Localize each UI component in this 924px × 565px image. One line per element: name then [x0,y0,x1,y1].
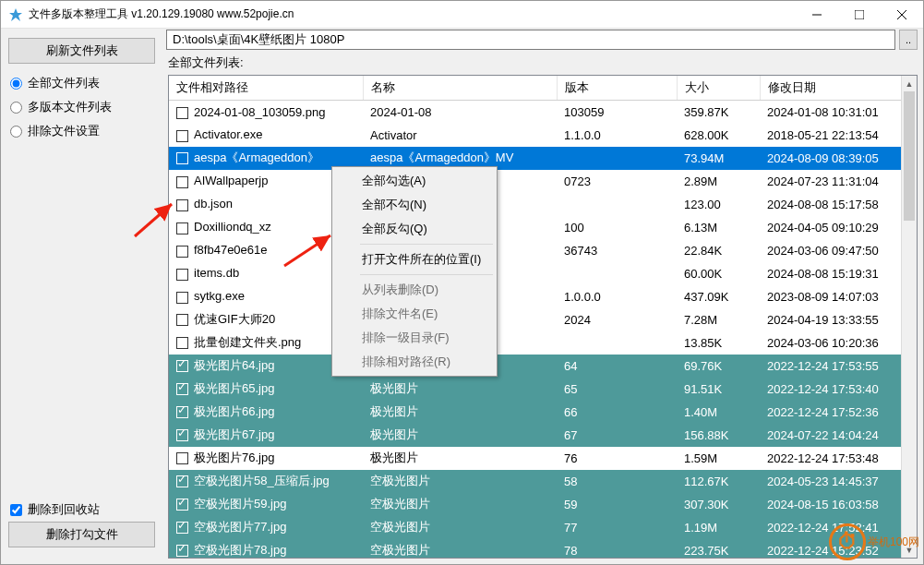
table-row[interactable]: 极光图片76.jpg极光图片761.59M2022-12-24 17:53:48 [169,447,917,470]
cell-path: 空极光图片58_压缩后.jpg [194,474,330,487]
context-item[interactable]: 排除相对路径(R) [334,350,495,374]
table-row[interactable]: 空极光图片59.jpg空极光图片59307.30K2024-08-15 16:0… [169,493,917,516]
recycle-checkbox-row[interactable]: 删除到回收站 [8,498,155,522]
scroll-thumb[interactable] [904,91,915,221]
col-mtime[interactable]: 修改日期 [760,76,917,101]
cell-mtime: 2022-12-24 15:23:52 [760,539,917,559]
context-item[interactable]: 排除一级目录(F) [334,326,495,350]
table-row[interactable]: 空极光图片77.jpg空极光图片771.19M2022-12-24 17:52:… [169,516,917,539]
context-menu[interactable]: 全部勾选(A)全部不勾(N)全部反勾(Q)打开文件所在的位置(I)从列表删除(D… [331,166,498,377]
row-checkbox[interactable] [176,107,188,119]
table-row[interactable]: aespa《Armageddon》aespa《Armageddon》MV73.9… [169,147,917,170]
radio-multi-version-input[interactable] [10,102,22,114]
cell-version: 76 [557,447,677,470]
minimize-button[interactable] [796,1,838,29]
scroll-down-icon[interactable]: ▼ [902,542,917,558]
table-row[interactable]: 极光图片65.jpg极光图片6591.51K2022-12-24 17:53:4… [169,378,917,401]
radio-all-files-input[interactable] [10,78,22,90]
col-path[interactable]: 文件相对路径 [169,76,363,101]
cell-size: 69.76K [677,355,760,378]
delete-checked-button[interactable]: 删除打勾文件 [8,522,155,547]
table-row[interactable]: 极光图片64.jpg极光图片6469.76K2022-12-24 17:53:5… [169,355,917,378]
row-checkbox[interactable] [176,176,188,188]
row-checkbox[interactable] [176,452,188,464]
recycle-checkbox[interactable] [10,504,22,516]
context-item[interactable]: 从列表删除(D) [334,278,495,302]
cell-name: 极光图片 [363,447,557,470]
context-item[interactable]: 全部不勾(N) [334,193,495,217]
svg-rect-2 [855,10,864,19]
row-checkbox[interactable] [176,314,188,326]
maximize-button[interactable] [838,1,881,29]
radio-exclude[interactable]: 排除文件设置 [8,119,155,143]
table-row[interactable]: items.db60.00K2024-08-08 15:19:31 [169,262,917,285]
row-checkbox[interactable] [176,383,188,395]
row-checkbox[interactable] [176,130,188,142]
cell-mtime: 2022-12-24 17:53:40 [760,378,917,401]
cell-path: 极光图片76.jpg [194,451,274,464]
app-icon [8,7,23,22]
table-row[interactable]: 批量创建文件夹.png批量创建文件夹13.85K2024-03-06 10:20… [169,331,917,355]
table-row[interactable]: 极光图片66.jpg极光图片661.40M2022-12-24 17:52:36 [169,401,917,424]
row-checkbox[interactable] [176,545,188,557]
cell-path: aespa《Armageddon》 [194,150,319,164]
row-checkbox[interactable] [176,522,188,534]
row-checkbox[interactable] [176,429,188,441]
table-row[interactable]: sytkg.exe1.0.0.0437.09K2023-08-09 14:07:… [169,285,917,308]
refresh-button[interactable]: 刷新文件列表 [8,38,155,64]
row-checkbox[interactable] [176,337,188,349]
table-row[interactable]: 优速GIF大师2020247.28M2024-04-19 13:33:55 [169,308,917,331]
row-checkbox[interactable] [176,292,188,304]
cell-version: 0723 [557,170,677,193]
col-version[interactable]: 版本 [557,76,677,101]
cell-version: 58 [557,470,677,493]
row-checkbox[interactable] [176,360,188,372]
row-checkbox[interactable] [176,269,188,281]
table-row[interactable]: AIWallpaperjp07232.89M2024-07-23 11:31:0… [169,170,917,193]
radio-multi-version[interactable]: 多版本文件列表 [8,95,155,119]
close-button[interactable] [881,1,923,29]
scroll-up-icon[interactable]: ▲ [902,76,917,91]
window-title: 文件多版本整理工具 v1.20.129.19080 www.52pojie.cn [29,6,796,22]
cell-size: 223.75K [677,539,760,559]
radio-all-files[interactable]: 全部文件列表 [8,71,155,95]
browse-button[interactable]: .. [899,30,918,50]
cell-size: 1.40M [677,401,760,424]
cell-name: 极光图片 [363,401,557,424]
vertical-scrollbar[interactable]: ▲ ▼ [901,76,917,558]
cell-mtime: 2018-05-21 22:13:54 [760,124,917,147]
radio-exclude-input[interactable] [10,126,22,138]
cell-size: 307.30K [677,493,760,516]
cell-name: 2024-01-08 [363,101,557,124]
row-checkbox[interactable] [176,222,188,234]
row-checkbox[interactable] [176,475,188,487]
cell-name: 极光图片 [363,378,557,401]
cell-name: 空极光图片 [363,493,557,516]
path-input[interactable] [166,30,895,50]
table-row[interactable]: 空极光图片78.jpg空极光图片78223.75K2022-12-24 15:2… [169,539,917,559]
table-row[interactable]: f8fb47e0e61e3674322.84K2024-03-06 09:47:… [169,239,917,262]
cell-version: 66 [557,401,677,424]
table-row[interactable]: db.json123.002024-08-08 15:17:58 [169,193,917,216]
titlebar[interactable]: 文件多版本整理工具 v1.20.129.19080 www.52pojie.cn [1,1,923,29]
table-row[interactable]: 极光图片67.jpg极光图片67156.88K2024-07-22 14:04:… [169,424,917,447]
context-item[interactable]: 全部反勾(Q) [334,217,495,241]
table-row[interactable]: Doxilliondq_xzz7.com_danji1006.13M2024-0… [169,216,917,239]
context-item[interactable]: 全部勾选(A) [334,169,495,193]
col-name[interactable]: 名称 [363,76,557,101]
table-row[interactable]: 空极光图片58_压缩后.jpg空极光图片58112.67K2024-05-23 … [169,470,917,493]
row-checkbox[interactable] [176,152,188,164]
cell-path: 优速GIF大师20 [194,312,275,326]
cell-size: 2.89M [677,170,760,193]
cell-path: 批量创建文件夹.png [194,335,301,349]
table-row[interactable]: 2024-01-08_103059.png2024-01-08103059359… [169,101,917,124]
context-item[interactable]: 排除文件名(E) [334,302,495,326]
cell-path: f8fb47e0e61e [194,243,268,257]
row-checkbox[interactable] [176,406,188,418]
context-item[interactable]: 打开文件所在的位置(I) [334,247,495,271]
row-checkbox[interactable] [176,246,188,258]
row-checkbox[interactable] [176,199,188,211]
row-checkbox[interactable] [176,499,188,511]
table-row[interactable]: Activator.exeActivator1.1.0.0628.00K2018… [169,124,917,147]
col-size[interactable]: 大小 [677,76,760,101]
